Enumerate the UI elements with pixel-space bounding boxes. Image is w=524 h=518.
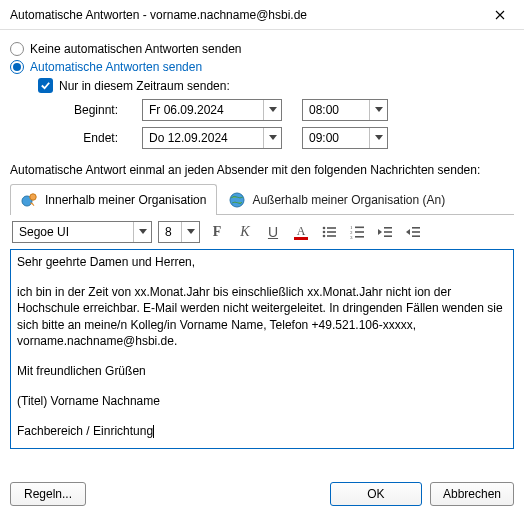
- numbered-list-button[interactable]: 123: [346, 221, 368, 243]
- font-color-button[interactable]: A: [290, 221, 312, 243]
- svg-rect-14: [355, 236, 364, 238]
- chevron-down-icon: [263, 128, 281, 148]
- titlebar: Automatische Antworten - vorname.nachnam…: [0, 0, 524, 30]
- tab-inside-label: Innerhalb meiner Organisation: [45, 193, 206, 207]
- svg-rect-20: [412, 235, 420, 237]
- chevron-down-icon: [133, 222, 151, 242]
- svg-point-7: [323, 235, 326, 238]
- chevron-down-icon: [369, 100, 387, 120]
- svg-point-3: [323, 227, 326, 230]
- start-label: Beginnt:: [66, 103, 122, 117]
- msg-body: ich bin in der Zeit von xx.Monat.Jahr bi…: [17, 284, 507, 349]
- chevron-down-icon: [369, 128, 387, 148]
- format-toolbar: Segoe UI 8 F K U A 123: [10, 215, 514, 249]
- msg-name: (Titel) Vorname Nachname: [17, 393, 507, 409]
- italic-button[interactable]: K: [234, 221, 256, 243]
- start-date-combo[interactable]: Fr 06.09.2024: [142, 99, 282, 121]
- period-grid: Beginnt: Fr 06.09.2024 08:00 Endet: Do 1…: [66, 99, 514, 149]
- svg-text:3: 3: [350, 235, 353, 240]
- chevron-down-icon: [263, 100, 281, 120]
- globe-icon: [228, 191, 246, 209]
- dialog-content: Keine automatischen Antworten senden Aut…: [0, 30, 524, 449]
- bullet-list-button[interactable]: [318, 221, 340, 243]
- svg-rect-10: [355, 227, 364, 229]
- radio-no-auto-label: Keine automatischen Antworten senden: [30, 42, 241, 56]
- start-time-combo[interactable]: 08:00: [302, 99, 388, 121]
- svg-rect-19: [412, 231, 420, 233]
- message-editor[interactable]: Sehr geehrte Damen und Herren, ich bin i…: [10, 249, 514, 449]
- indent-icon: [405, 224, 421, 240]
- size-value: 8: [159, 225, 181, 239]
- svg-point-1: [30, 194, 36, 200]
- end-date-value: Do 12.09.2024: [143, 131, 263, 145]
- color-swatch: [294, 237, 308, 240]
- svg-rect-6: [327, 231, 336, 233]
- size-combo[interactable]: 8: [158, 221, 200, 243]
- start-time-value: 08:00: [303, 103, 369, 117]
- cancel-button[interactable]: Abbrechen: [430, 482, 514, 506]
- tab-outside-org[interactable]: Außerhalb meiner Organisation (An): [217, 184, 456, 215]
- end-label: Endet:: [66, 131, 122, 145]
- chevron-down-icon: [181, 222, 199, 242]
- ok-button[interactable]: OK: [330, 482, 422, 506]
- indent-button[interactable]: [402, 221, 424, 243]
- radio-no-auto[interactable]: Keine automatischen Antworten senden: [10, 42, 514, 56]
- org-icon: [21, 191, 39, 209]
- svg-rect-17: [384, 235, 392, 237]
- tab-outside-label: Außerhalb meiner Organisation (An): [252, 193, 445, 207]
- radio-icon: [10, 42, 24, 56]
- checkbox-period-only[interactable]: Nur in diesem Zeitraum senden:: [38, 78, 514, 93]
- svg-point-2: [230, 193, 244, 207]
- end-time-value: 09:00: [303, 131, 369, 145]
- bold-button[interactable]: F: [206, 221, 228, 243]
- checkbox-icon: [38, 78, 53, 93]
- underline-button[interactable]: U: [262, 221, 284, 243]
- tabs: Innerhalb meiner Organisation Außerhalb …: [10, 183, 514, 215]
- start-date-value: Fr 06.09.2024: [143, 103, 263, 117]
- msg-closing: Mit freundlichen Grüßen: [17, 363, 507, 379]
- svg-point-5: [323, 231, 326, 234]
- svg-rect-12: [355, 231, 364, 233]
- numbered-list-icon: 123: [349, 224, 365, 240]
- end-date-combo[interactable]: Do 12.09.2024: [142, 127, 282, 149]
- close-icon: [495, 10, 505, 20]
- close-button[interactable]: [478, 0, 522, 30]
- instruction-text: Automatische Antwort einmal an jeden Abs…: [10, 163, 514, 177]
- tab-inside-org[interactable]: Innerhalb meiner Organisation: [10, 184, 217, 215]
- window-title: Automatische Antworten - vorname.nachnam…: [10, 8, 307, 22]
- outdent-button[interactable]: [374, 221, 396, 243]
- font-value: Segoe UI: [13, 225, 133, 239]
- msg-greeting: Sehr geehrte Damen und Herren,: [17, 254, 507, 270]
- msg-dept: Fachbereich / Einrichtung: [17, 423, 507, 439]
- svg-rect-15: [384, 227, 392, 229]
- dialog-footer: Regeln... OK Abbrechen: [0, 478, 524, 518]
- bullet-list-icon: [321, 224, 337, 240]
- svg-rect-8: [327, 235, 336, 237]
- radio-auto[interactable]: Automatische Antworten senden: [10, 60, 514, 74]
- outdent-icon: [377, 224, 393, 240]
- checkbox-period-only-label: Nur in diesem Zeitraum senden:: [59, 79, 230, 93]
- svg-rect-16: [384, 231, 392, 233]
- end-time-combo[interactable]: 09:00: [302, 127, 388, 149]
- radio-icon: [10, 60, 24, 74]
- svg-rect-18: [412, 227, 420, 229]
- svg-rect-4: [327, 227, 336, 229]
- radio-auto-label: Automatische Antworten senden: [30, 60, 202, 74]
- font-combo[interactable]: Segoe UI: [12, 221, 152, 243]
- rules-button[interactable]: Regeln...: [10, 482, 86, 506]
